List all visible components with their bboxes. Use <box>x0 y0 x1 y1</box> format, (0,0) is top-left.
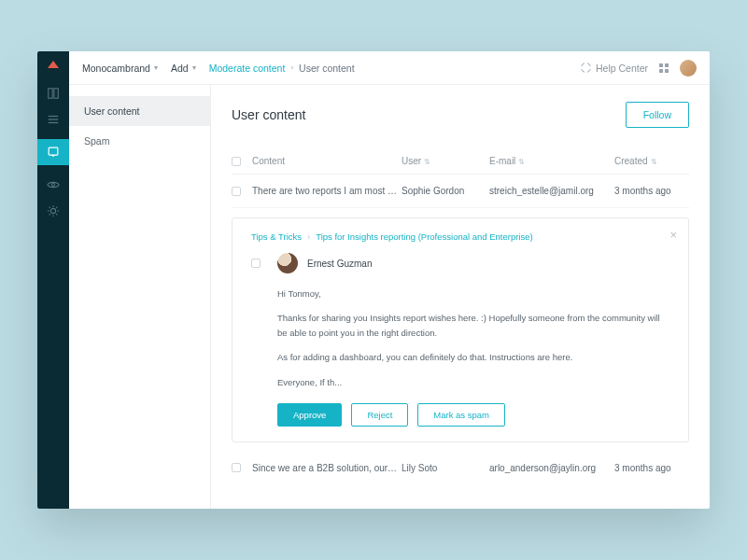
chevron-right-icon: › <box>290 63 293 72</box>
svg-point-7 <box>50 208 55 213</box>
table-header: Content User⇅ E-mail⇅ Created⇅ <box>232 148 689 175</box>
chevron-down-icon: ▾ <box>192 63 196 72</box>
post-body: Hi Tonmoy, Thanks for sharing you Insigh… <box>251 287 669 390</box>
card-crumb-category[interactable]: Tips & Tricks <box>251 231 302 242</box>
svg-line-12 <box>49 207 50 208</box>
approve-button[interactable]: Approve <box>277 403 342 427</box>
mark-spam-button[interactable]: Mark as spam <box>417 403 505 427</box>
post-line: Everyone, If th... <box>277 375 669 390</box>
row-user: Sophie Gordon <box>402 186 486 196</box>
select-all-checkbox[interactable] <box>232 157 241 166</box>
sort-icon: ⇅ <box>424 158 430 166</box>
row-checkbox[interactable] <box>232 187 241 196</box>
expanded-post-card: × Tips & Tricks › Tips for Insights repo… <box>232 217 689 442</box>
help-center-link[interactable]: Help Center <box>581 63 648 74</box>
brand-switcher[interactable]: Monocambrand ▾ <box>82 63 158 74</box>
add-menu[interactable]: Add ▾ <box>171 63 196 74</box>
col-content: Content <box>252 156 398 166</box>
reject-button[interactable]: Reject <box>351 403 408 427</box>
crumb-current: User content <box>299 63 355 74</box>
user-avatar[interactable] <box>680 60 697 77</box>
app-window: Monocambrand ▾ Add ▾ Moderate content › … <box>37 51 710 509</box>
author-name: Ernest Guzman <box>307 259 372 269</box>
svg-line-14 <box>49 214 50 215</box>
svg-line-15 <box>56 207 57 208</box>
content-area: User content Follow Content User⇅ E-mail… <box>211 85 710 509</box>
crumb-moderate[interactable]: Moderate content <box>209 63 286 74</box>
help-label: Help Center <box>596 63 648 74</box>
chevron-down-icon: ▾ <box>154 63 158 72</box>
col-email[interactable]: E-mail⇅ <box>489 156 611 166</box>
rail-item-eye[interactable] <box>47 178 60 191</box>
sidepanel-user-content[interactable]: User content <box>69 96 210 126</box>
close-icon[interactable]: × <box>669 228 677 242</box>
sort-icon: ⇅ <box>651 158 657 166</box>
svg-point-6 <box>51 183 54 186</box>
add-label: Add <box>171 63 189 74</box>
logo-icon <box>48 61 59 68</box>
post-line: As for adding a dashboard, you can defin… <box>277 350 669 365</box>
col-user[interactable]: User⇅ <box>402 156 486 166</box>
svg-line-13 <box>56 214 57 215</box>
row-email: arlo_anderson@jaylin.org <box>489 463 611 473</box>
svg-rect-5 <box>49 147 58 155</box>
author-avatar <box>277 253 298 273</box>
apps-grid-icon[interactable] <box>659 63 669 73</box>
main-area: Monocambrand ▾ Add ▾ Moderate content › … <box>69 51 710 509</box>
rail-item-1[interactable] <box>47 87 60 100</box>
row-user: Lily Soto <box>402 463 486 473</box>
author-row: Ernest Guzman <box>251 253 669 273</box>
topbar: Monocambrand ▾ Add ▾ Moderate content › … <box>69 51 710 85</box>
rail-item-settings[interactable] <box>47 204 60 217</box>
col-created[interactable]: Created⇅ <box>614 156 689 166</box>
svg-rect-1 <box>54 89 58 99</box>
sidebar-item-label: Spam <box>84 135 109 147</box>
row-content: There are two reports I am most interes.… <box>252 186 398 196</box>
table-row[interactable]: There are two reports I am most interes.… <box>232 175 689 208</box>
page-title: User content <box>232 107 305 122</box>
card-crumb-title[interactable]: Tips for Insights reporting (Professiona… <box>316 231 533 242</box>
content-header: User content Follow <box>232 102 689 128</box>
row-email: streich_estelle@jamil.org <box>489 186 611 196</box>
breadcrumb: Moderate content › User content <box>209 63 355 74</box>
sidepanel-spam[interactable]: Spam <box>69 126 210 156</box>
brand-label: Monocambrand <box>82 63 150 74</box>
card-breadcrumb: Tips & Tricks › Tips for Insights report… <box>251 231 669 242</box>
row-created: 3 months ago <box>614 463 689 473</box>
sidebar-item-label: User content <box>84 105 140 117</box>
nav-rail <box>37 51 69 509</box>
post-line: Hi Tonmoy, <box>277 287 669 301</box>
table-row[interactable]: Since we are a B2B solution, our custom.… <box>232 452 689 484</box>
rail-item-2[interactable] <box>47 113 60 126</box>
row-created: 3 months ago <box>614 186 689 196</box>
card-actions: Approve Reject Mark as spam <box>251 403 669 427</box>
body: User content Spam User content Follow Co… <box>69 85 710 509</box>
card-checkbox[interactable] <box>251 259 261 268</box>
side-panel: User content Spam <box>69 85 211 509</box>
rail-item-moderate[interactable] <box>37 139 69 165</box>
row-content: Since we are a B2B solution, our custom.… <box>252 463 398 473</box>
chevron-right-icon: › <box>307 231 310 242</box>
lifering-icon <box>581 63 591 73</box>
row-checkbox[interactable] <box>232 463 241 472</box>
post-line: Thanks for sharing you Insights report w… <box>277 311 669 341</box>
follow-button[interactable]: Follow <box>626 102 689 128</box>
sort-icon: ⇅ <box>518 158 525 166</box>
svg-rect-0 <box>49 89 52 99</box>
